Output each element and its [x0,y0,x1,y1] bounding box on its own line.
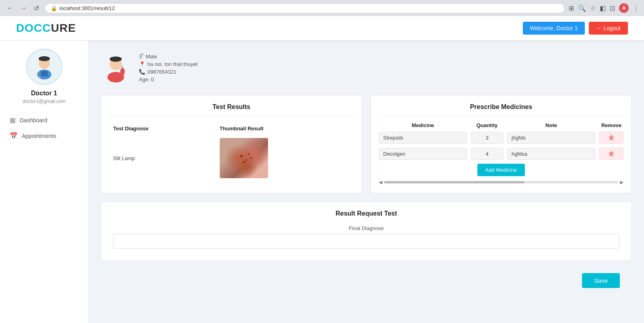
age-value: Age: 0 [139,76,154,82]
medicine-name-0: Strepsils [379,132,467,144]
sidebar-item-dashboard[interactable]: ▦ Dashboard [0,112,88,128]
col-quantity-header: Quantity [471,122,503,128]
patient-avatar [101,53,131,83]
user-avatar[interactable]: A [619,3,629,13]
col-medicine-header: Medicine [379,122,467,128]
scroll-right[interactable]: ▶ [620,179,623,185]
doctor-avatar [26,49,62,85]
browser-chrome: ← → ↺ 🔒 localhost:3001/result/12 ⊞ 🔍 ☆ ◧… [0,0,644,16]
logo-cure: URE [51,22,76,34]
final-diagnose-group: Final Diagnose [113,225,619,249]
welcome-button[interactable]: Welcome, Doctor 1 [523,22,585,35]
refresh-button[interactable]: ↺ [32,4,41,13]
col-remove-header: Remove [599,122,623,128]
save-button[interactable]: Save [582,273,620,288]
translate-icon[interactable]: ⊞ [569,4,574,12]
test-results-card: Test Results Test Diagnose Thumbnail Res… [101,95,362,193]
logout-button[interactable]: ← Logout [589,22,628,35]
test-results-table: Test Diagnose Thumbnail Result Slit Lamp [109,122,354,181]
phone-value: 0987654321 [147,69,176,75]
medicine-qty-1: 4 [471,148,503,160]
doctor-name: Doctor 1 [31,90,57,97]
app-body: Doctor 1 doctor1@gmail.com ▦ Dashboard 📅… [0,41,644,323]
sidebar-item-appointments[interactable]: 📅 Appointments [0,128,88,144]
gender-icon: ⚥ [139,53,144,60]
result-request-card: Result Request Test Final Diagnose [101,202,632,261]
doctor-avatar-svg [30,53,58,81]
diagnose-cell: Slit Lamp [109,135,216,181]
main-content: ⚥ Male 📍 ha noi, ton that thuyet 📞 09876… [89,41,644,323]
url-text: localhost:3001/result/12 [60,5,115,11]
profile-icon[interactable]: ◧ [600,4,606,12]
thumbnail-image [220,138,268,178]
address-row: 📍 ha noi, ton that thuyet [139,61,198,67]
dashboard-label: Dashboard [20,117,47,123]
logo: DOCCURE [16,22,76,35]
gender-row: ⚥ Male [139,53,198,60]
delete-medicine-0[interactable]: 🗑 [599,132,623,144]
save-area: Save [101,269,632,296]
add-medicine-button[interactable]: Add Medicine [477,164,525,176]
bookmark-icon[interactable]: ☆ [590,4,596,12]
doctor-email: doctor1@gmail.com [23,99,66,104]
dashboard-icon: ▦ [10,116,16,124]
medicine-qty-0: 3 [471,132,503,144]
zoom-icon[interactable]: 🔍 [578,4,586,12]
prescribe-title: Prescribe Medicines [379,103,623,116]
medicine-name-1: Decolgen [379,148,467,160]
extensions-icon[interactable]: ⊡ [610,4,615,12]
appointments-label: Appointments [22,133,56,139]
final-diagnose-label: Final Diagnose [113,225,619,231]
nav-menu: ▦ Dashboard 📅 Appointments [0,112,88,144]
col-diagnose: Test Diagnose [109,122,216,135]
test-results-title: Test Results [109,103,354,116]
svg-rect-3 [41,71,48,76]
lock-icon: 🔒 [51,5,57,11]
medicine-header: Medicine Quantity Note Remove [379,122,623,128]
age-row: Age: 0 [139,76,198,82]
medicine-row-0: Strepsils 3 jhgfds 🗑 [379,132,623,144]
scrollbar: ◀ ▶ [379,179,623,185]
svg-point-9 [120,68,125,76]
patient-details: ⚥ Male 📍 ha noi, ton that thuyet 📞 09876… [139,53,198,82]
sidebar: Doctor 1 doctor1@gmail.com ▦ Dashboard 📅… [0,41,89,323]
browser-actions: ⊞ 🔍 ☆ ◧ ⊡ A ⋮ [569,3,639,13]
col-thumbnail: Thumbnail Result [216,122,354,135]
menu-icon[interactable]: ⋮ [633,4,639,12]
scroll-left[interactable]: ◀ [379,179,382,185]
phone-icon: 📞 [139,69,145,75]
prescribe-medicines-card: Prescribe Medicines Medicine Quantity No… [370,95,632,193]
final-diagnose-input[interactable] [113,234,619,249]
table-row: Slit Lamp [109,135,354,181]
gender-value: Male [146,53,157,60]
medicine-note-0: jhgfds [507,132,595,144]
cards-row: Test Results Test Diagnose Thumbnail Res… [101,95,632,193]
svg-point-4 [38,76,40,78]
phone-row: 📞 0987654321 [139,69,198,75]
app-header: DOCCURE Welcome, Doctor 1 ← Logout [0,16,644,41]
logo-doc: DOCC [16,22,51,34]
delete-medicine-1[interactable]: 🗑 [599,148,623,160]
header-actions: Welcome, Doctor 1 ← Logout [523,22,628,35]
result-request-title: Result Request Test [113,210,619,217]
address-value: ha noi, ton that thuyet [147,61,198,67]
svg-point-7 [110,56,122,62]
medicine-row-1: Decolgen 4 hgfdsa 🗑 [379,148,623,160]
scrollbar-track [384,181,618,183]
col-note-header: Note [507,122,595,128]
thumbnail-cell [216,135,354,181]
svg-point-2 [39,56,50,61]
address-bar[interactable]: 🔒 localhost:3001/result/12 [45,3,565,13]
appointments-icon: 📅 [10,132,18,140]
patient-info: ⚥ Male 📍 ha noi, ton that thuyet 📞 09876… [101,49,632,87]
location-icon: 📍 [139,61,145,67]
back-button[interactable]: ← [5,4,14,12]
medicine-note-1: hgfdsa [507,148,595,160]
forward-button[interactable]: → [19,4,28,12]
scrollbar-thumb [384,181,524,183]
